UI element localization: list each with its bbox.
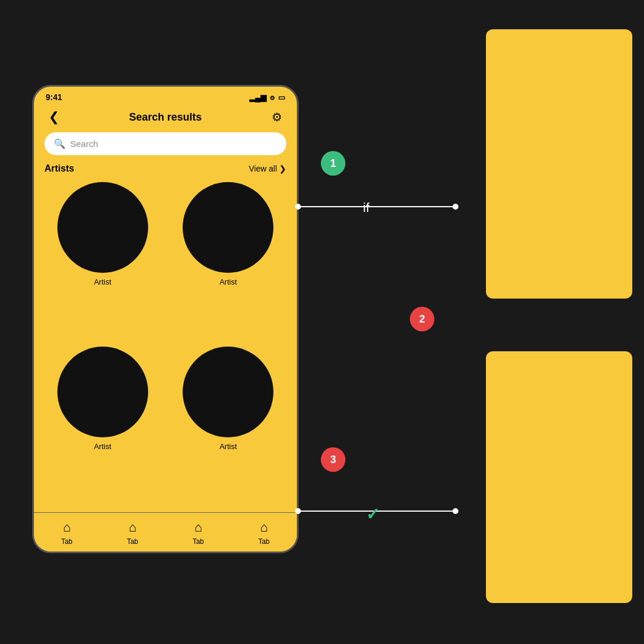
settings-button[interactable]: ⚙ [268,108,286,126]
wifi-icon: ⌾ [270,93,275,102]
view-all-button[interactable]: View all ❯ [249,164,286,173]
nav-tab-label-1: Tab [61,537,72,546]
status-time: 9:41 [46,93,62,102]
badge-3: 3 [321,447,345,472]
if-label: if [363,200,369,215]
back-button[interactable]: ❮ [44,108,63,126]
nav-tab-label-2: Tab [127,537,138,546]
right-panel-top [486,29,632,299]
artists-grid: Artist Artist Artist Artist [34,182,297,512]
search-bar[interactable]: 🔍 Search [44,132,286,155]
artist-item-3[interactable]: Artist [44,347,161,502]
artists-section-header: Artists View all ❯ [34,163,297,182]
home-icon-3: ⌂ [194,520,202,535]
artist-label-4: Artist [220,442,237,451]
artist-item-1[interactable]: Artist [44,182,161,337]
app-header: ❮ Search results ⚙ [34,104,297,132]
artist-avatar-3 [57,347,148,437]
home-icon-4: ⌂ [260,520,268,535]
artist-avatar-2 [183,182,273,273]
bottom-nav: ⌂ Tab ⌂ Tab ⌂ Tab ⌂ Tab [34,513,297,551]
connector-dot-top-left [295,204,301,210]
nav-tab-2[interactable]: ⌂ Tab [100,520,165,546]
connector-dot-bottom-right [453,508,458,514]
search-icon: 🔍 [54,138,66,149]
search-bar-wrapper: 🔍 Search [34,132,297,163]
badge-2: 2 [410,307,434,331]
nav-tab-4[interactable]: ⌂ Tab [231,520,297,546]
right-panel-bottom [486,351,632,603]
connector-dot-top-right [453,204,458,210]
nav-tab-label-3: Tab [193,537,204,546]
status-icons: ▂▄▆ ⌾ ▭ [249,93,285,102]
checkmark-icon: ✓ [366,505,379,524]
home-icon-1: ⌂ [63,520,70,535]
artist-avatar-1 [57,182,148,273]
artists-title: Artists [44,163,74,174]
nav-tab-3[interactable]: ⌂ Tab [166,520,231,546]
artist-label-3: Artist [94,442,111,451]
artist-item-4[interactable]: Artist [170,347,287,502]
artist-label-2: Artist [220,278,237,286]
chevron-right-icon: ❯ [279,164,286,173]
artist-avatar-4 [183,347,273,437]
phone-mockup: 9:41 ▂▄▆ ⌾ ▭ ❮ Search results ⚙ 🔍 Search… [32,85,299,553]
artist-label-1: Artist [94,278,111,286]
connector-line-top [297,206,455,207]
signal-icon: ▂▄▆ [249,93,266,102]
battery-icon: ▭ [278,93,285,102]
connector-dot-bottom-left [295,508,301,514]
nav-tab-label-4: Tab [258,537,269,546]
home-icon-2: ⌂ [129,520,136,535]
nav-tab-1[interactable]: ⌂ Tab [34,520,100,546]
badge-1: 1 [321,151,345,176]
status-bar: 9:41 ▂▄▆ ⌾ ▭ [34,87,297,104]
search-input[interactable]: Search [70,139,277,149]
page-title: Search results [129,111,201,124]
artist-item-2[interactable]: Artist [170,182,287,337]
